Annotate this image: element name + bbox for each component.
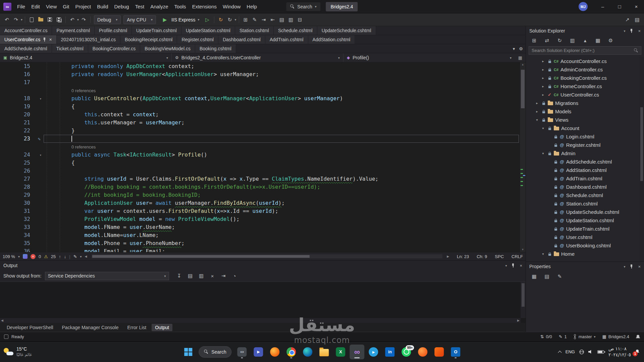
restart-icon[interactable]: ↻ [226, 15, 234, 24]
fold-margin[interactable] [36, 62, 46, 70]
code-text[interactable]: } [46, 127, 520, 135]
document-tab[interactable]: Ticket.cshtml [52, 44, 88, 53]
fold-margin[interactable] [36, 175, 46, 183]
horizontal-scrollbar[interactable] [92, 254, 443, 258]
code-text[interactable] [46, 78, 520, 86]
menu-tools[interactable]: Tools [171, 2, 189, 12]
expand-icon[interactable]: ▸ [541, 59, 545, 63]
menu-build[interactable]: Build [94, 2, 111, 12]
code-text[interactable]: 0 references [46, 143, 520, 151]
code-text[interactable]: private readonly AppDbContext context; [46, 62, 520, 70]
code-text[interactable]: model.Email = user.Email; [46, 247, 520, 252]
tree-item-admincontroller-cs[interactable]: ▸C#AdminController.cs [526, 65, 644, 74]
code-text[interactable]: 0 references [46, 86, 520, 95]
split-editor-icon[interactable]: ▦ [515, 53, 526, 62]
document-tab[interactable]: UserController.cs× [0, 35, 57, 44]
scroll-left-icon[interactable]: ◀ [1, 319, 3, 322]
tree-item-addschedule-cshtml[interactable]: @AddSchedule.cshtml [526, 158, 644, 166]
bell-icon[interactable] [636, 335, 640, 339]
clock[interactable]: ١١:٠٨ ص ٢٠٢٤/١٢/٠٥ [608, 346, 631, 358]
error-count[interactable]: 0 [39, 254, 41, 259]
gutter-margin[interactable] [0, 183, 11, 191]
chevron-down-icon[interactable]: ▾ [77, 18, 79, 21]
tree-item-homecontroller-cs[interactable]: ▸C#HomeController.cs [526, 82, 644, 90]
document-tab[interactable]: AddSchedule.cshtml [0, 44, 52, 53]
new-file-icon[interactable] [28, 15, 36, 24]
scroll-right-icon[interactable]: ▶ [517, 319, 520, 322]
expand-icon[interactable]: ▸ [535, 101, 539, 105]
tree-item-register-cshtml[interactable]: @Register.cshtml [526, 141, 644, 149]
menu-analyze[interactable]: Analyze [147, 2, 171, 12]
fold-margin[interactable] [36, 191, 46, 199]
gutter-margin[interactable] [0, 127, 11, 135]
code-text[interactable]: ApplicationUser user= await userManager.… [46, 199, 520, 207]
menu-view[interactable]: View [43, 2, 60, 12]
code-text[interactable]: model.LName=user.LName; [46, 231, 520, 239]
sync-with-active-icon[interactable]: ⇄ [543, 36, 551, 45]
code-text[interactable]: this.userManager = userManager; [46, 119, 520, 127]
navigate-forward-icon[interactable]: ↷ [12, 15, 20, 24]
fold-margin[interactable] [36, 111, 46, 119]
gutter-margin[interactable] [0, 151, 11, 159]
tool-tab-error-list[interactable]: Error List [124, 324, 150, 331]
gutter-margin[interactable] [0, 215, 11, 223]
nest-files-icon[interactable]: ▥ [568, 36, 577, 45]
gutter-margin[interactable] [0, 70, 11, 78]
menu-git[interactable]: Git [60, 2, 72, 12]
start-button[interactable] [181, 345, 196, 359]
code-text[interactable]: model.FName = user.UserName; [46, 223, 520, 231]
document-tab[interactable]: Register.cshtml [177, 35, 218, 44]
fold-margin[interactable] [36, 159, 46, 167]
scroll-up-icon[interactable]: ▲ [520, 62, 526, 67]
document-tab[interactable]: AccountController.cs [0, 26, 52, 35]
indent-icon[interactable]: ⇥ [260, 15, 268, 24]
show-all-files-icon[interactable]: ▦ [594, 36, 602, 45]
code-text[interactable]: var userr = context.users.FirstOrDefault… [46, 207, 520, 215]
categorized-icon[interactable]: ▦ [530, 272, 538, 281]
prev-issue-icon[interactable]: ↑ [59, 254, 61, 259]
orange-browser[interactable] [416, 345, 430, 359]
expand-icon[interactable]: ▾ [541, 152, 545, 155]
pending-edits[interactable]: ✎ 1 [559, 334, 567, 339]
comment-icon[interactable]: ▤ [278, 15, 286, 24]
menu-file[interactable]: File [14, 2, 28, 12]
edge[interactable] [301, 345, 315, 359]
gutter-margin[interactable] [0, 199, 11, 207]
pin-icon[interactable] [630, 29, 633, 33]
maximize-button[interactable]: □ [612, 0, 627, 13]
chevron-down-icon[interactable]: ▾ [624, 265, 625, 268]
tree-item-usercontroller-cs[interactable]: ▸✓C#UserController.cs [526, 90, 644, 99]
minimize-button[interactable]: – [595, 0, 610, 13]
tree-item-login-cshtml[interactable]: @Login.cshtml [526, 132, 644, 141]
refresh-icon[interactable]: ↻ [555, 36, 564, 45]
clock-icon[interactable]: ◔ [230, 271, 239, 281]
orange-app[interactable] [432, 345, 447, 359]
code-text[interactable]: { [46, 159, 520, 167]
close-icon[interactable]: × [638, 28, 641, 34]
tool-tab-output[interactable]: Output [152, 324, 172, 331]
title-search[interactable]: Search ▾ [286, 2, 320, 11]
fold-margin[interactable] [36, 167, 46, 175]
tree-item-updatetrain-cshtml[interactable]: @UpdateTrain.cshtml [526, 225, 644, 233]
expand-icon[interactable]: ▸ [541, 93, 545, 97]
fold-margin[interactable] [36, 231, 46, 239]
chevron-down-icon[interactable]: ▾ [80, 255, 82, 258]
output-content[interactable]: ◀ ▶ [0, 282, 526, 323]
menu-extensions[interactable]: Extensions [189, 2, 220, 12]
gutter-margin[interactable] [0, 159, 11, 167]
start-without-debugging-icon[interactable]: ▷ [203, 15, 212, 24]
document-tab[interactable]: AddTrain.cshtml [265, 35, 308, 44]
gutter-margin[interactable] [0, 103, 11, 111]
gutter-margin[interactable] [0, 135, 11, 143]
tree-scrollbar[interactable] [639, 57, 644, 261]
collapse-icon[interactable]: ▾ [40, 153, 42, 157]
fold-margin[interactable] [36, 103, 46, 111]
document-tab[interactable]: Schedule.cshtml [274, 26, 317, 35]
window-list-icon[interactable]: ▤ [633, 15, 641, 24]
gutter-margin[interactable] [0, 167, 11, 175]
column-indicator[interactable]: Ch: 9 [477, 254, 487, 259]
code-text[interactable]: private readonly UserManager<Application… [46, 70, 520, 78]
code-text[interactable]: public async Task<IActionResult> Profile… [46, 151, 520, 159]
scrollbar-thumb[interactable] [521, 70, 525, 108]
hidden-icons-chevron-icon[interactable] [558, 351, 561, 354]
